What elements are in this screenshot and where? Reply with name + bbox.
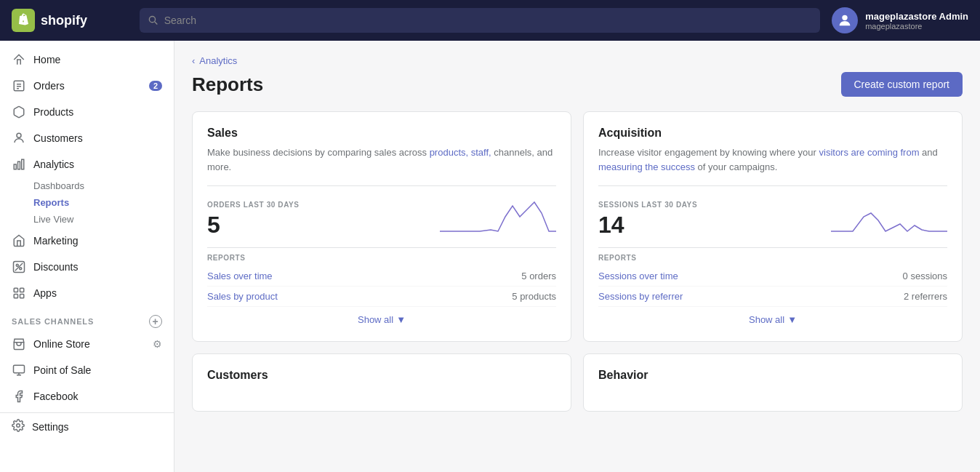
settings-icon [12, 419, 25, 434]
sessions-over-time-link[interactable]: Sessions over time [598, 271, 678, 281]
acquisition-metric-section: SESSIONS LAST 30 DAYS 14 [598, 185, 947, 239]
products-icon [12, 105, 26, 119]
sidebar-sub-dashboards[interactable]: Dashboards [0, 177, 174, 194]
sidebar-item-home[interactable]: Home [0, 47, 174, 73]
breadcrumb-label: Analytics [199, 55, 237, 66]
page-title: Reports [192, 73, 263, 96]
topnav: shopify mageplazastore Admin mageplazast… [0, 0, 980, 41]
logo-text: shopify [41, 13, 87, 28]
chevron-left-icon: ‹ [192, 55, 195, 66]
acquisition-card-desc: Increase visitor engagement by knowing w… [598, 145, 947, 174]
sidebar-item-apps[interactable]: Apps [0, 280, 174, 306]
acquisition-card: Acquisition Increase visitor engagement … [583, 111, 963, 342]
sales-metric-label: ORDERS LAST 30 DAYS [207, 201, 300, 209]
sales-metric-section: ORDERS LAST 30 DAYS 5 [207, 185, 556, 239]
sidebar-item-discounts[interactable]: Discounts [0, 254, 174, 280]
discounts-icon [12, 260, 26, 274]
sales-card: Sales Make business decisions by compari… [192, 111, 571, 342]
chevron-down-icon-2: ▼ [787, 314, 797, 325]
svg-line-1 [155, 22, 157, 24]
customers-card: Customers [192, 353, 571, 412]
sidebar-item-marketing[interactable]: Marketing [0, 228, 174, 254]
behavior-card-title: Behavior [598, 369, 947, 382]
sidebar-item-analytics[interactable]: Analytics [0, 151, 174, 177]
marketing-icon [12, 233, 26, 248]
behavior-card: Behavior [583, 353, 963, 412]
search-icon [148, 15, 158, 25]
sessions-over-time-count: 0 sessions [903, 271, 947, 281]
sidebar-item-point-of-sale[interactable]: Point of Sale [0, 357, 174, 383]
svg-rect-8 [14, 164, 16, 169]
svg-point-2 [842, 15, 847, 20]
sidebar-label-point-of-sale: Point of Sale [33, 364, 91, 376]
online-store-icon [12, 337, 26, 351]
sidebar-item-customers[interactable]: Customers [0, 125, 174, 151]
sidebar-label-marketing: Marketing [33, 235, 78, 247]
acquisition-metric-value: 14 [598, 212, 697, 239]
sidebar-sub-reports[interactable]: Reports [0, 194, 174, 211]
add-sales-channel-button[interactable]: + [149, 315, 162, 328]
acquisition-report-row-1: Sessions by referrer 2 referrers [598, 287, 947, 307]
sales-by-product-count: 5 products [512, 291, 556, 302]
user-name: mageplazastore Admin [865, 11, 968, 22]
cards-grid: Sales Make business decisions by compari… [192, 111, 963, 412]
svg-rect-18 [20, 295, 24, 298]
sales-card-desc: Make business decisions by comparing sal… [207, 145, 556, 174]
user-area: mageplazastore Admin mageplazastore [832, 7, 968, 33]
sidebar-label-products: Products [33, 106, 73, 118]
acquisition-show-all-button[interactable]: Show all ▼ [598, 307, 947, 327]
sidebar-label-discounts: Discounts [33, 261, 78, 273]
acquisition-sparkline [706, 195, 947, 239]
customers-card-title: Customers [207, 369, 556, 382]
search-bar[interactable] [140, 8, 820, 33]
user-info: mageplazastore Admin mageplazastore [865, 11, 968, 31]
orders-icon [12, 79, 26, 93]
sidebar-item-facebook[interactable]: Facebook [0, 383, 174, 409]
sidebar-label-online-store: Online Store [33, 338, 90, 350]
sidebar-item-online-store[interactable]: Online Store ⚙ [0, 331, 174, 357]
search-input[interactable] [164, 15, 811, 26]
sales-by-product-link[interactable]: Sales by product [207, 291, 278, 302]
svg-rect-16 [20, 288, 24, 292]
svg-point-12 [20, 268, 22, 270]
acquisition-reports-label: REPORTS [598, 254, 947, 262]
sales-report-row-1: Sales by product 5 products [207, 287, 556, 307]
sales-metric-value: 5 [207, 212, 300, 239]
svg-point-7 [17, 133, 21, 137]
sales-sparkline [308, 195, 556, 239]
sidebar-item-orders[interactable]: Orders 2 [0, 73, 174, 99]
sidebar-label-customers: Customers [33, 132, 83, 144]
sidebar-item-settings[interactable]: Settings [0, 412, 174, 440]
sidebar-label-analytics: Analytics [33, 159, 74, 170]
sidebar-sub-live-view[interactable]: Live View [0, 211, 174, 228]
sales-over-time-link[interactable]: Sales over time [207, 271, 273, 281]
page-header: Reports Create custom report [192, 72, 963, 97]
user-store: mageplazastore [865, 22, 968, 31]
sessions-by-referrer-link[interactable]: Sessions by referrer [598, 291, 683, 302]
acquisition-card-title: Acquisition [598, 127, 947, 140]
svg-rect-9 [18, 161, 20, 169]
sales-report-row-0: Sales over time 5 orders [207, 266, 556, 287]
sales-reports-label: REPORTS [207, 254, 556, 262]
customers-icon [12, 131, 26, 145]
online-store-eye-icon: ⚙ [153, 338, 162, 350]
sales-channels-title: SALES CHANNELS [12, 317, 94, 326]
chevron-down-icon: ▼ [396, 314, 406, 325]
sidebar: Home Orders 2 Products Customers [0, 41, 174, 472]
svg-point-0 [149, 17, 155, 23]
logo[interactable]: shopify [12, 9, 128, 32]
sidebar-item-products[interactable]: Products [0, 99, 174, 125]
avatar [832, 7, 858, 33]
sales-show-all-button[interactable]: Show all ▼ [207, 307, 556, 327]
main-content: ‹ Analytics Reports Create custom report… [174, 41, 980, 472]
breadcrumb[interactable]: ‹ Analytics [192, 55, 963, 66]
sales-over-time-count: 5 orders [521, 271, 556, 281]
svg-rect-17 [14, 295, 17, 298]
svg-rect-15 [14, 288, 17, 292]
apps-icon [12, 286, 26, 300]
svg-point-22 [17, 424, 20, 428]
create-custom-report-button[interactable]: Create custom report [841, 72, 963, 97]
sales-channels-section: SALES CHANNELS + [0, 306, 174, 331]
sidebar-label-apps: Apps [33, 287, 57, 299]
orders-badge: 2 [149, 81, 162, 91]
